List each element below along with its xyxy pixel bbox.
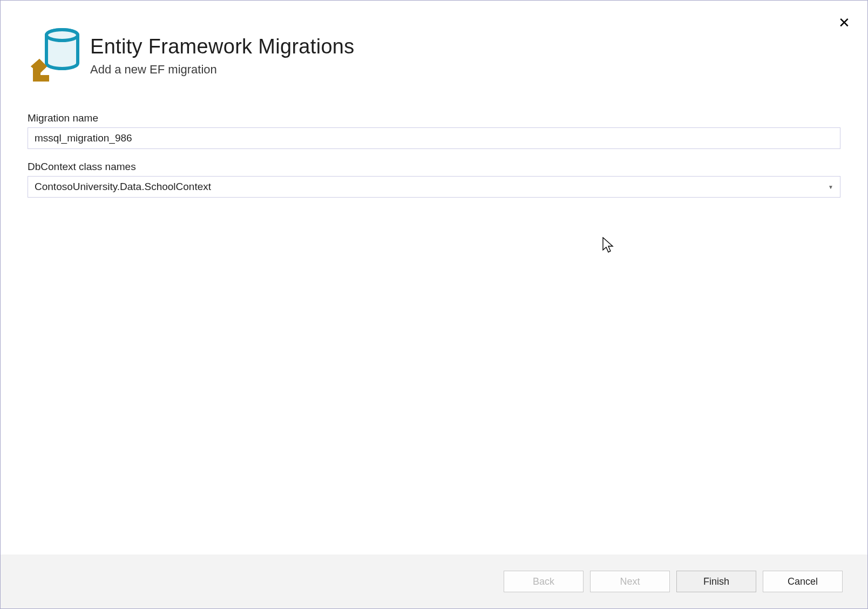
dbcontext-combobox[interactable]: ContosoUniversity.Data.SchoolContext ▼: [28, 176, 840, 198]
migration-name-group: Migration name: [28, 112, 840, 149]
dialog-header: Entity Framework Migrations Add a new EF…: [28, 28, 840, 84]
dialog-title: Entity Framework Migrations: [90, 35, 355, 58]
next-button: Next: [590, 571, 670, 592]
dialog-subtitle: Add a new EF migration: [90, 63, 355, 77]
dialog-content: Entity Framework Migrations Add a new EF…: [1, 1, 867, 554]
dbcontext-label: DbContext class names: [28, 161, 840, 173]
dbcontext-group: DbContext class names ContosoUniversity.…: [28, 161, 840, 198]
dialog-footer: Back Next Finish Cancel: [1, 554, 867, 608]
back-button: Back: [504, 571, 584, 592]
dbcontext-value: ContosoUniversity.Data.SchoolContext: [35, 181, 211, 193]
dialog-window: ✕ Entity Framework Migrations Ad: [0, 0, 868, 609]
migration-name-label: Migration name: [28, 112, 840, 124]
migration-name-input[interactable]: [28, 127, 840, 149]
svg-point-1: [46, 30, 78, 40]
ef-migration-icon: [28, 28, 80, 84]
close-button[interactable]: ✕: [838, 16, 850, 30]
chevron-down-icon: ▼: [828, 184, 833, 190]
cancel-button[interactable]: Cancel: [763, 571, 843, 592]
finish-button[interactable]: Finish: [676, 571, 756, 592]
header-text: Entity Framework Migrations Add a new EF…: [90, 35, 355, 77]
